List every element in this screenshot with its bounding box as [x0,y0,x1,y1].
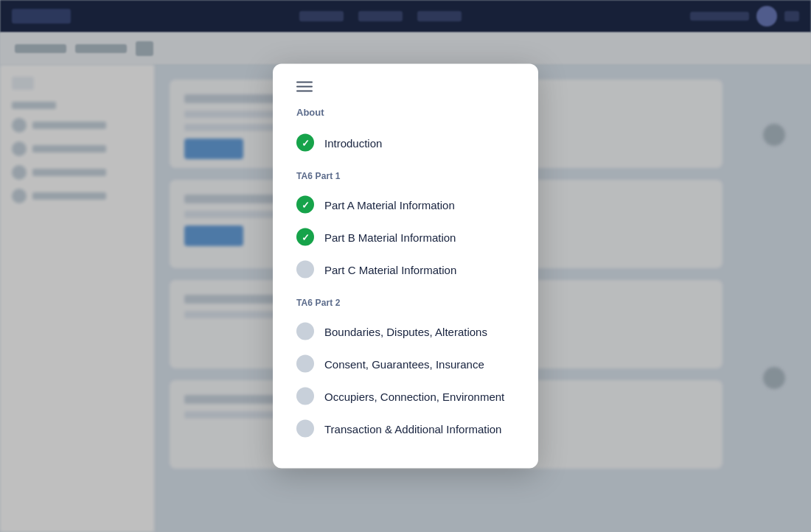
navigation-modal: About ✓ Introduction TA6 Part 1 ✓ Part A… [273,64,538,469]
label-part-c: Part C Material Information [324,263,456,276]
status-icon-occupiers [296,388,314,405]
status-icon-part-b: ✓ [296,228,314,246]
label-transaction: Transaction & Additional Information [324,422,501,435]
menu-item-boundaries[interactable]: Boundaries, Disputes, Alterations [296,315,515,348]
status-icon-transaction [296,420,314,438]
status-icon-part-a: ✓ [296,196,314,214]
menu-bar-1 [296,82,313,83]
menu-bar-2 [296,86,313,88]
section-ta6-part1-label: TA6 Part 1 [296,171,515,181]
label-consent: Consent, Guarantees, Insurance [324,357,484,370]
status-icon-boundaries [296,323,314,340]
menu-item-transaction[interactable]: Transaction & Additional Information [296,413,515,445]
menu-item-part-b[interactable]: ✓ Part B Material Information [296,221,515,253]
menu-item-part-a[interactable]: ✓ Part A Material Information [296,189,515,221]
label-part-a: Part A Material Information [324,198,455,211]
hamburger-menu-icon[interactable] [296,82,515,92]
label-occupiers: Occupiers, Connection, Environment [324,390,504,402]
section-ta6-part2-label: TA6 Part 2 [296,298,515,308]
status-icon-introduction: ✓ [296,134,314,152]
menu-item-occupiers[interactable]: Occupiers, Connection, Environment [296,380,515,413]
status-icon-consent [296,355,314,373]
menu-item-consent[interactable]: Consent, Guarantees, Insurance [296,348,515,380]
label-boundaries: Boundaries, Disputes, Alterations [324,325,487,337]
menu-item-part-c[interactable]: Part C Material Information [296,253,515,286]
label-part-b: Part B Material Information [324,231,456,243]
label-introduction: Introduction [324,136,382,149]
section-about-label: About [296,107,515,118]
checkmark-part-b: ✓ [302,232,310,242]
checkmark-part-a: ✓ [302,200,310,209]
checkmark-introduction: ✓ [302,138,310,147]
menu-item-introduction[interactable]: ✓ Introduction [296,127,515,159]
status-icon-part-c [296,261,314,279]
menu-bar-3 [296,91,313,92]
